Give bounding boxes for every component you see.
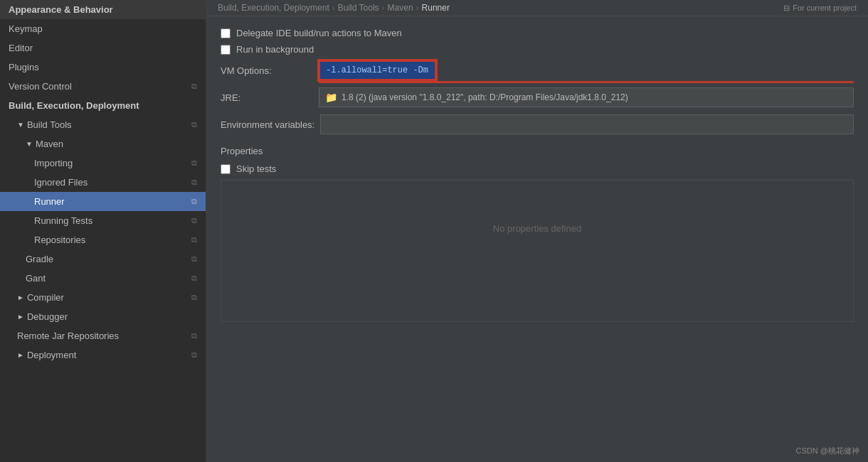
folder-icon: 📁 xyxy=(325,92,337,103)
settings-content: Delegate IDE build/run actions to Maven … xyxy=(206,16,868,462)
skip-tests-label: Skip tests xyxy=(236,163,276,174)
vm-options-wrapper xyxy=(319,60,854,80)
run-background-label: Run in background xyxy=(236,44,314,55)
sidebar-item-build-exec-deploy[interactable]: Build, Execution, Deployment xyxy=(0,96,206,115)
sidebar-item-version-control[interactable]: Version Control ⧉ xyxy=(0,77,206,96)
arrow-right-icon: ► xyxy=(17,294,24,301)
delegate-checkbox[interactable] xyxy=(221,28,231,38)
breadcrumb-current: Runner xyxy=(422,3,450,13)
breadcrumb-path: Build, Execution, Deployment › Build Too… xyxy=(218,3,450,13)
skip-tests-checkbox[interactable] xyxy=(221,164,231,174)
copy-icon: ⧉ xyxy=(191,254,197,264)
sidebar-item-keymap[interactable]: Keymap xyxy=(0,19,206,38)
properties-table: No properties defined xyxy=(221,180,854,322)
env-vars-input[interactable] xyxy=(320,114,854,134)
main-content: Build, Execution, Deployment › Build Too… xyxy=(206,0,868,462)
sidebar-item-debugger[interactable]: ► Debugger xyxy=(0,307,206,326)
copy-icon: ⧉ xyxy=(191,293,197,302)
vm-options-row: VM Options: xyxy=(221,60,854,80)
env-vars-row: Environment variables: xyxy=(221,114,854,134)
arrow-right-icon: ► xyxy=(17,313,24,321)
vm-options-input[interactable] xyxy=(319,60,436,80)
properties-section: Properties Skip tests No properties defi… xyxy=(221,146,854,322)
for-current-project: ⊟ For current project xyxy=(783,4,857,13)
copy-icon: ⧉ xyxy=(191,120,197,129)
copy-icon: ⧉ xyxy=(191,178,197,187)
jre-row: JRE: 📁 1.8 (2) (java version "1.8.0_212"… xyxy=(221,87,854,107)
arrow-right-icon: ► xyxy=(17,351,24,359)
delegate-label: Delegate IDE build/run actions to Maven xyxy=(236,28,402,38)
sidebar-item-gant[interactable]: Gant ⧉ xyxy=(0,269,206,288)
copy-icon: ⧉ xyxy=(191,216,197,225)
copy-icon: ⧉ xyxy=(191,350,197,360)
sidebar-item-plugins[interactable]: Plugins xyxy=(0,58,206,77)
run-background-row: Run in background xyxy=(221,44,854,55)
breadcrumb-sep-3: › xyxy=(416,3,419,13)
arrow-down-icon: ▼ xyxy=(26,140,33,148)
sidebar-item-compiler[interactable]: ► Compiler ⧉ xyxy=(0,288,206,307)
sidebar-item-runner[interactable]: Runner ⧉ xyxy=(0,192,206,211)
sidebar-item-build-tools[interactable]: ▼ Build Tools ⧉ xyxy=(0,115,206,134)
run-background-checkbox[interactable] xyxy=(221,45,231,55)
copy-icon: ⧉ xyxy=(191,331,197,340)
sidebar-item-gradle[interactable]: Gradle ⧉ xyxy=(0,249,206,269)
env-vars-label: Environment variables: xyxy=(221,119,314,130)
watermark: CSDN @桃花健神 xyxy=(796,446,859,456)
breadcrumb-segment-2: Build Tools xyxy=(338,3,379,13)
jre-label: JRE: xyxy=(221,92,313,103)
sidebar-item-editor[interactable]: Editor xyxy=(0,38,206,58)
sidebar-item-remote-jar[interactable]: Remote Jar Repositories ⧉ xyxy=(0,326,206,345)
red-underline-annotation xyxy=(319,81,854,83)
project-icon: ⊟ xyxy=(783,4,790,13)
sidebar: Appearance & Behavior Keymap Editor Plug… xyxy=(0,0,206,462)
delegate-checkbox-row: Delegate IDE build/run actions to Maven xyxy=(221,28,854,38)
jre-value: 1.8 (2) (java version "1.8.0_212", path:… xyxy=(342,92,628,102)
sidebar-item-deployment[interactable]: ► Deployment ⧉ xyxy=(0,345,206,365)
sidebar-item-maven[interactable]: ▼ Maven xyxy=(0,134,206,154)
copy-icon: ⧉ xyxy=(191,159,197,168)
no-properties-text: No properties defined xyxy=(221,223,853,234)
arrow-down-icon: ▼ xyxy=(17,121,24,129)
sidebar-item-running-tests[interactable]: Running Tests ⧉ xyxy=(0,211,206,230)
copy-icon: ⧉ xyxy=(191,235,197,245)
breadcrumb-segment-3: Maven xyxy=(388,3,413,13)
jre-field[interactable]: 📁 1.8 (2) (java version "1.8.0_212", pat… xyxy=(319,87,854,107)
copy-icon: ⧉ xyxy=(191,82,197,91)
breadcrumb: Build, Execution, Deployment › Build Too… xyxy=(206,0,868,16)
sidebar-item-repositories[interactable]: Repositories ⧉ xyxy=(0,230,206,249)
breadcrumb-sep-2: › xyxy=(382,3,385,13)
sidebar-item-appearance[interactable]: Appearance & Behavior xyxy=(0,0,206,19)
breadcrumb-sep-1: › xyxy=(332,3,335,13)
properties-title: Properties xyxy=(221,146,854,156)
vm-options-label: VM Options: xyxy=(221,65,313,76)
breadcrumb-segment-1: Build, Execution, Deployment xyxy=(218,3,329,13)
sidebar-item-ignored-files[interactable]: Ignored Files ⧉ xyxy=(0,173,206,192)
copy-icon: ⧉ xyxy=(191,197,197,206)
skip-tests-row: Skip tests xyxy=(221,163,854,174)
sidebar-item-importing[interactable]: Importing ⧉ xyxy=(0,154,206,173)
copy-icon: ⧉ xyxy=(191,274,197,283)
